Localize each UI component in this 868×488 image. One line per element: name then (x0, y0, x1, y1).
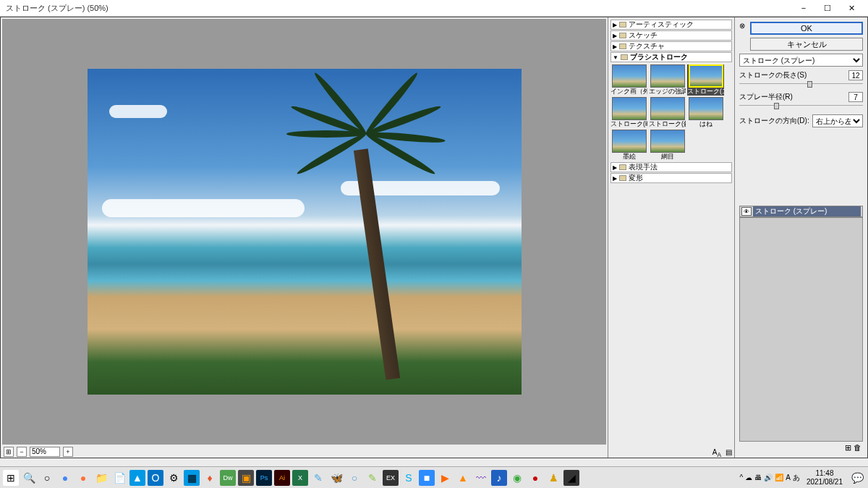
expand-icon: ▶ (613, 43, 617, 50)
app-icon-5[interactable]: ✎ (365, 470, 380, 486)
butterfly-icon[interactable]: 🦋 (328, 470, 344, 486)
system-tray[interactable]: ^ ☁ 🖶 🔊 📶 A あ (740, 473, 800, 483)
delete-layer-button[interactable]: 🗑 (854, 443, 861, 452)
notepad-icon[interactable]: 📄 (111, 470, 127, 486)
stroke-length-slider[interactable] (739, 81, 863, 87)
media-icon[interactable]: ▶ (437, 470, 453, 486)
expand-icon: ▶ (613, 164, 617, 171)
close-button[interactable]: ✕ (841, 4, 862, 13)
app-icon-2[interactable]: ♦ (202, 470, 218, 486)
folder-icon (619, 164, 626, 170)
app-icon-6[interactable]: EX (383, 470, 399, 486)
effect-layer-item[interactable]: ストローク (スプレー) (753, 206, 861, 216)
spray-radius-value[interactable]: 7 (848, 92, 863, 102)
settings-icon[interactable]: ⚙ (166, 470, 182, 486)
outlook-icon[interactable]: O (148, 470, 163, 486)
start-button[interactable]: ⊞ (3, 470, 19, 486)
category-distort[interactable]: ▶変形 (610, 173, 732, 183)
expand-icon: ▶ (613, 175, 617, 182)
aa-icon[interactable]: AA (712, 448, 721, 456)
dreamweaver-icon[interactable]: Dw (220, 470, 236, 486)
thumb-dark-stroke[interactable]: ストローク(暗) (610, 97, 647, 128)
category-texture[interactable]: ▶テクスチャ (610, 41, 732, 51)
category-brushstroke[interactable]: ▼ブラシストローク (610, 52, 732, 62)
search-button[interactable]: 🔍 (21, 470, 37, 486)
skype-icon[interactable]: S (401, 470, 417, 486)
expand-icon: ▶ (613, 33, 617, 39)
effect-layers-footer: ⊞ 🗑 (739, 442, 863, 453)
app-icon-8[interactable]: ◉ (509, 470, 525, 486)
explorer-icon[interactable]: 📁 (93, 470, 109, 486)
filter-gallery-pane: ▶アーティスティック ▶スケッチ ▶テクスチャ ▼ブラシストローク インク画（外… (608, 17, 735, 458)
excel-icon[interactable]: X (292, 470, 308, 486)
printer-icon[interactable]: 🖶 (754, 474, 762, 481)
wifi-icon[interactable]: 📶 (775, 474, 783, 481)
thumb-sumi[interactable]: 墨絵 (610, 130, 647, 161)
thumb-grid: インク画（外形） エッジの強調 ストローク(スプレー) ストローク(暗) ストロ… (610, 63, 732, 162)
controls-pane: ⊗ OK キャンセル ストローク (スプレー) ストロークの長さ(S) 12 ス… (735, 17, 867, 458)
vlc-icon[interactable]: ▲ (455, 470, 471, 486)
app-icon-9[interactable]: ♟ (545, 470, 561, 486)
zoom-icon[interactable]: ■ (419, 470, 435, 486)
param-spray-radius: スプレー半径(R) 7 (739, 91, 863, 103)
ime-a-icon[interactable]: A (786, 474, 791, 481)
window-controls: − ☐ ✕ (793, 4, 862, 13)
app-icon-4[interactable]: ○ (346, 470, 362, 486)
app-icon-3[interactable]: ✎ (310, 470, 326, 486)
music-icon[interactable]: ♪ (491, 470, 507, 486)
app-icon-10[interactable]: ◢ (563, 470, 579, 486)
spray-radius-slider[interactable] (739, 103, 863, 109)
app-icon-7[interactable]: 〰 (473, 470, 489, 486)
cloud-icon[interactable]: ☁ (745, 474, 752, 481)
category-artistic[interactable]: ▶アーティスティック (610, 20, 732, 30)
thumb-diag-stroke[interactable]: ストローク(斜め) (649, 97, 686, 128)
chrome-icon[interactable]: ● (57, 470, 73, 486)
folder-icon (619, 175, 626, 181)
collapse-controls-icon[interactable]: ⊗ (739, 22, 748, 30)
gallery-scroll[interactable]: ▶アーティスティック ▶スケッチ ▶テクスチャ ▼ブラシストローク インク画（外… (608, 17, 734, 447)
sublime-icon[interactable]: ▣ (238, 470, 254, 486)
stroke-length-value[interactable]: 12 (848, 70, 863, 80)
volume-icon[interactable]: 🔊 (764, 474, 773, 481)
thumb-spray-stroke[interactable]: ストローク(スプレー) (687, 64, 724, 96)
eye-icon[interactable]: 👁 (741, 207, 752, 216)
cancel-button[interactable]: キャンセル (750, 38, 863, 51)
taskbar-clock[interactable]: 11:48 2021/08/21 (802, 469, 847, 487)
ime-icon[interactable]: あ (793, 473, 800, 483)
thumb-edge[interactable]: エッジの強調 (649, 64, 686, 96)
effect-layers-list[interactable] (739, 217, 863, 442)
filter-select[interactable]: ストローク (スプレー) (739, 54, 863, 67)
firefox-icon[interactable]: ● (75, 470, 91, 486)
ok-button[interactable]: OK (750, 22, 863, 35)
thumb-crosshatch[interactable]: 網目 (649, 130, 686, 161)
new-layer-button[interactable]: ⊞ (845, 443, 851, 452)
zoom-input[interactable]: 50% (30, 447, 60, 457)
photos-icon[interactable]: ▲ (129, 470, 145, 486)
tray-up-icon[interactable]: ^ (740, 474, 744, 481)
taskbar: ⊞ 🔍 ○ ● ● 📁 📄 ▲ O ⚙ ▦ ♦ Dw ▣ Ps Ai X ✎ 🦋… (0, 466, 868, 488)
thumb-splash[interactable]: はね (687, 97, 724, 128)
doc-icon[interactable]: ▤ (726, 448, 732, 456)
titlebar: ストローク (スプレー) (50%) − ☐ ✕ (0, 0, 868, 17)
effect-layers-header: 👁 ストローク (スプレー) (739, 206, 863, 217)
minimize-button[interactable]: − (793, 4, 814, 12)
category-stylize[interactable]: ▶表現手法 (610, 162, 732, 172)
preview-area[interactable] (2, 19, 606, 445)
thumb-ink[interactable]: インク画（外形） (610, 64, 647, 96)
zoom-in-button[interactable]: + (63, 447, 73, 457)
app-icon-1[interactable]: ▦ (184, 470, 200, 486)
maximize-button[interactable]: ☐ (817, 4, 838, 13)
window-title: ストローク (スプレー) (50%) (6, 3, 109, 14)
zoom-fit-button[interactable]: ⊞ (4, 447, 14, 457)
cortana-button[interactable]: ○ (39, 470, 55, 486)
direction-select[interactable]: 右上から左下 (812, 114, 863, 127)
photoshop-icon[interactable]: Ps (256, 470, 272, 486)
notifications-button[interactable]: 💬 (849, 470, 865, 486)
zoom-out-button[interactable]: − (17, 447, 27, 457)
param-direction: ストロークの方向(D): 右上から左下 (739, 114, 863, 127)
collapse-icon: ▼ (613, 54, 618, 61)
illustrator-icon[interactable]: Ai (274, 470, 290, 486)
category-sketch[interactable]: ▶スケッチ (610, 30, 732, 41)
record-icon[interactable]: ● (527, 470, 543, 486)
folder-icon (621, 54, 628, 60)
